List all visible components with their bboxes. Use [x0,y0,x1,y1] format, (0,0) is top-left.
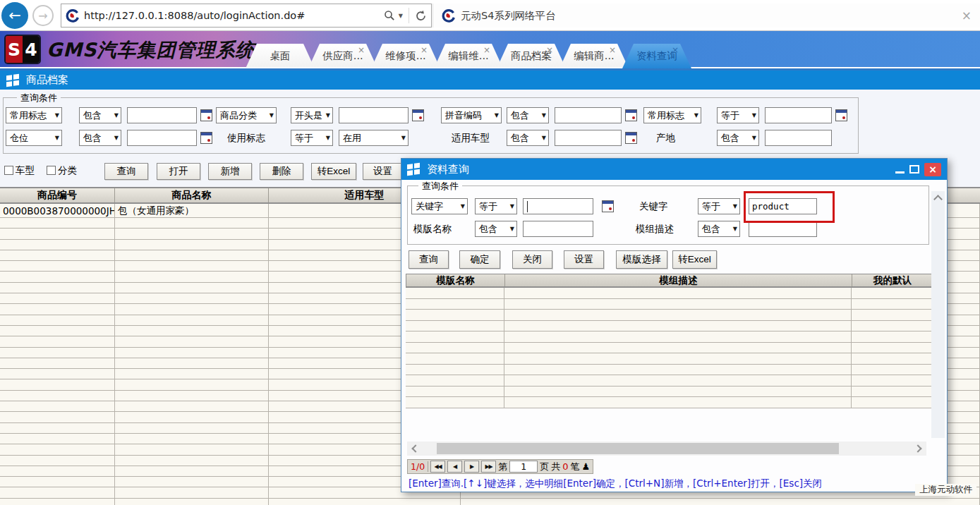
delete-button[interactable]: 删除 [260,163,303,180]
table-row[interactable] [406,353,933,365]
op-select-6[interactable]: 等于▼ [291,130,333,146]
field-select-5[interactable]: 仓位▼ [6,130,62,146]
go-to-page-icon[interactable]: ♟ [581,462,590,471]
table-row[interactable] [406,343,933,354]
tab-close-icon[interactable]: × [358,45,365,55]
address-bar[interactable]: http://127.0.0.1:8088/auto/loginAction.d… [61,4,432,28]
value-input-3[interactable] [555,107,622,123]
dialog-value-input-1[interactable] [523,198,593,214]
last-page-button[interactable]: ▶▶ [481,461,496,473]
op-select-7[interactable]: 包含▼ [507,130,549,146]
scroll-left-icon[interactable] [411,444,419,452]
op-select-3[interactable]: 包含▼ [507,107,549,123]
category-checkbox[interactable] [47,166,56,175]
field-select-3[interactable]: 拼音编码▼ [441,107,502,123]
value-input-8[interactable] [765,130,832,146]
browser-back-button[interactable]: ← [1,2,28,29]
query-button[interactable]: 查询 [104,163,148,180]
column-header[interactable]: 模组描述 [505,274,852,286]
calendar-icon[interactable] [602,200,614,212]
tab-data-query[interactable]: 资料查询× [622,44,691,68]
tab-close-icon[interactable]: × [546,45,553,55]
op-select-8[interactable]: 包含▼ [717,130,759,146]
tab-product-archive[interactable]: 商品档案× [497,44,566,68]
scroll-up-icon[interactable] [933,195,943,204]
value-input-7[interactable] [555,130,622,146]
calendar-icon[interactable] [625,132,637,144]
add-button[interactable]: 新增 [208,163,252,180]
prev-page-button[interactable]: ◀ [447,461,462,473]
dialog-template-select-button[interactable]: 模版选择 [616,250,667,269]
template-name-input[interactable] [523,221,593,237]
tab-close-icon[interactable]: × [483,45,490,55]
dialog-close-button[interactable]: 关闭 [512,250,552,269]
field-select-1[interactable]: 常用标志▼ [6,107,62,123]
module-desc-input[interactable] [749,221,817,237]
scroll-right-icon[interactable] [914,444,921,452]
vehicle-checkbox[interactable] [4,166,13,175]
dialog-query-button[interactable]: 查询 [409,250,449,269]
table-row[interactable] [0,499,980,505]
page-number-input[interactable]: 1 [509,461,538,473]
calendar-icon[interactable] [200,132,212,144]
use-flag-value-select[interactable]: 在用▼ [339,130,409,146]
calendar-icon[interactable] [625,109,637,121]
table-row[interactable] [406,387,933,398]
calendar-icon[interactable] [412,109,424,121]
op-select-4[interactable]: 等于▼ [717,107,759,123]
tab-supplier[interactable]: 供应商...× [308,44,377,68]
refresh-icon[interactable] [415,10,427,22]
tab-repair-item[interactable]: 维修项...× [371,44,440,68]
next-page-button[interactable]: ▶ [464,461,479,473]
dialog-title-bar[interactable]: 资料查询 × [401,159,947,180]
value-input-2[interactable] [339,107,409,123]
search-icon[interactable] [384,10,395,21]
dialog-field-select-1[interactable]: 关键字▼ [411,198,468,214]
value-input-1[interactable] [127,107,197,123]
tab-desktop[interactable]: 桌面 [246,44,315,68]
op-select-5[interactable]: 包含▼ [79,130,121,146]
dialog-op-select-4[interactable]: 包含▼ [698,221,740,237]
dialog-op-select-3[interactable]: 包含▼ [475,221,517,237]
op-select-1[interactable]: 包含▼ [79,107,121,123]
url-text[interactable]: http://127.0.0.1:8088/auto/loginAction.d… [84,10,384,21]
maximize-icon[interactable] [909,165,919,174]
dialog-op-select-1[interactable]: 等于▼ [475,198,517,214]
dialog-export-excel-button[interactable]: 转Excel [672,250,717,269]
browser-forward-button[interactable]: → [32,5,54,26]
column-header[interactable]: 我的默认 [852,274,933,286]
op-select-2[interactable]: 开头是▼ [291,107,333,123]
calendar-icon[interactable] [200,109,212,121]
first-page-button[interactable]: ◀◀ [430,461,445,473]
dialog-confirm-button[interactable]: 确定 [459,250,500,269]
table-row[interactable] [406,310,933,321]
tab-close-icon[interactable]: × [421,45,428,55]
scrollbar-thumb[interactable] [437,443,839,454]
tab-edit-product[interactable]: 编辑商...× [559,44,629,68]
minimize-icon[interactable] [895,171,905,174]
browser-tab[interactable]: 元动S4系列网络平台 × [432,4,980,28]
export-excel-button[interactable]: 转Excel [311,163,356,180]
field-select-4[interactable]: 常用标志▼ [643,107,701,123]
dialog-op-select-2[interactable]: 等于▼ [698,198,740,214]
table-row[interactable] [406,331,933,343]
table-row[interactable] [406,288,933,299]
dialog-settings-button[interactable]: 设置 [564,250,604,269]
column-header[interactable]: 模版名称 [406,274,505,286]
dialog-vertical-scrollbar[interactable] [931,191,945,438]
open-button[interactable]: 打开 [157,163,200,180]
settings-button[interactable]: 设置 [363,163,403,180]
search-dropdown-icon[interactable]: ▼ [399,13,403,19]
column-header[interactable]: 商品编号 [0,188,115,202]
table-row[interactable] [406,365,933,376]
table-row[interactable] [406,397,933,408]
value-input-4[interactable] [765,107,832,123]
table-row[interactable] [406,375,933,387]
value-input-5[interactable] [127,130,197,146]
tab-close-icon[interactable]: × [609,45,616,55]
close-icon[interactable]: × [924,163,941,176]
tab-edit-repair[interactable]: 编辑维...× [434,44,503,68]
calendar-icon[interactable] [835,109,847,121]
table-row[interactable] [406,321,933,332]
browser-tab-close-icon[interactable]: × [962,10,972,22]
